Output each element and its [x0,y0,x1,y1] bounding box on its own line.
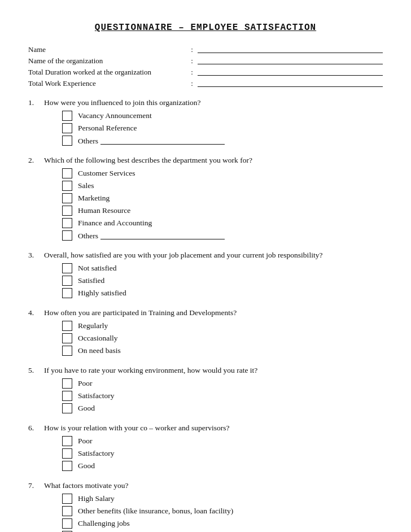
list-item[interactable]: On need basis [62,346,383,356]
question-text: 2.Which of the following best describes … [28,156,383,165]
list-item[interactable]: Satisfied [62,276,383,286]
options-list: Not satisfiedSatisfiedHighly satisfied [62,263,383,298]
list-item[interactable]: Poor [62,378,383,389]
header-field-line [198,75,383,76]
checkbox[interactable] [62,193,72,203]
others-label: Others [78,232,98,241]
option-label: High Salary [78,494,115,503]
option-label: Not satisfied [78,264,117,273]
list-item[interactable]: Satisfactory [62,391,383,401]
checkbox[interactable] [62,206,72,216]
options-list: PoorSatisfactoryGood [62,378,383,413]
question-block: 5.If you have to rate your working envir… [28,366,383,413]
header-label: Name [28,45,186,54]
option-label: Sales [78,181,94,190]
header-field-line [198,53,383,53]
question-text: 4.How often you are participated in Trai… [28,308,383,317]
question-block: 4.How often you are participated in Trai… [28,308,383,356]
option-label: Occasionally [78,334,117,343]
header-colon: : [186,79,198,88]
question-block: 7.What factors motivate you?High SalaryO… [28,481,383,532]
list-item[interactable]: Vacancy Announcement [62,111,383,121]
options-list: PoorSatisfactoryGood [62,436,383,471]
checkbox[interactable] [62,111,72,121]
checkbox[interactable] [62,333,72,343]
checkbox[interactable] [62,448,72,459]
checkbox[interactable] [62,321,72,331]
checkbox[interactable] [62,181,72,191]
header-colon: : [186,45,198,54]
question-text: 1.How were you influenced to join this o… [28,98,383,107]
question-number: 1. [28,98,44,107]
option-label: Human Resource [78,206,130,215]
question-number: 4. [28,308,44,317]
list-item[interactable]: Good [62,403,383,413]
question-block: 6.How is your relation with your co – wo… [28,424,383,471]
question-body: What factors motivate you? [44,481,383,490]
checkbox[interactable] [62,391,72,401]
list-item[interactable]: High Salary [62,494,383,504]
option-label: Good [78,461,95,470]
checkbox[interactable] [62,403,72,413]
others-checkbox[interactable] [62,136,72,146]
list-item[interactable]: Occasionally [62,333,383,343]
option-label: Finance and Accounting [78,219,152,228]
questions-container: 1.How were you influenced to join this o… [28,98,383,532]
list-item[interactable]: Other benefits (like insurance, bonus, l… [62,506,383,516]
question-text: 7.What factors motivate you? [28,481,383,490]
list-item[interactable]: Regularly [62,321,383,331]
list-item[interactable]: Not satisfied [62,263,383,273]
checkbox[interactable] [62,263,72,273]
checkbox[interactable] [62,518,72,529]
checkbox[interactable] [62,288,72,298]
question-number: 2. [28,156,44,165]
options-list: RegularlyOccasionallyOn need basis [62,321,383,356]
options-list: High SalaryOther benefits (like insuranc… [62,494,383,532]
checkbox[interactable] [62,436,72,446]
checkbox[interactable] [62,506,72,516]
checkbox[interactable] [62,168,72,178]
list-item[interactable]: Challenging jobs [62,518,383,529]
list-item[interactable]: Highly satisfied [62,288,383,298]
list-item[interactable]: Personal Reference [62,123,383,133]
checkbox[interactable] [62,346,72,356]
checkbox[interactable] [62,494,72,504]
list-item[interactable]: Good [62,461,383,471]
list-item[interactable]: Customer Services [62,168,383,178]
list-item[interactable]: Poor [62,436,383,446]
question-text: 6.How is your relation with your co – wo… [28,424,383,433]
header-colon: : [186,68,198,77]
question-number: 5. [28,366,44,375]
page-title: QUESTIONNAIRE – EMPLOYEE SATISFACTION [28,23,383,33]
checkbox[interactable] [62,123,72,133]
header-row: Name: [28,45,383,54]
list-item[interactable]: Satisfactory [62,448,383,459]
checkbox[interactable] [62,461,72,471]
list-item[interactable]: Marketing [62,193,383,203]
question-block: 2.Which of the following best describes … [28,156,383,241]
checkbox[interactable] [62,378,72,389]
checkbox[interactable] [62,218,72,228]
question-number: 6. [28,424,44,433]
option-label: Customer Services [78,169,135,178]
question-text: 5.If you have to rate your working envir… [28,366,383,375]
list-item[interactable]: Human Resource [62,206,383,216]
header-row: Total Duration worked at the organizatio… [28,68,383,77]
option-label: Challenging jobs [78,519,130,528]
list-item[interactable]: Finance and Accounting [62,218,383,228]
header-label: Name of the organization [28,56,186,66]
others-checkbox[interactable] [62,230,72,241]
header-label: Total Duration worked at the organizatio… [28,68,186,77]
question-body: How often you are participated in Traini… [44,308,383,317]
others-underline [100,239,225,239]
option-label: Good [78,404,95,413]
others-label: Others [78,137,98,146]
question-block: 3.Overall, how satisfied are you with yo… [28,251,383,298]
option-label: Personal Reference [78,124,137,133]
list-item[interactable]: Sales [62,181,383,191]
checkbox[interactable] [62,276,72,286]
option-label: Vacancy Announcement [78,111,152,120]
others-underline [100,144,225,145]
option-label: On need basis [78,346,121,355]
header-label: Total Work Experience [28,79,186,88]
